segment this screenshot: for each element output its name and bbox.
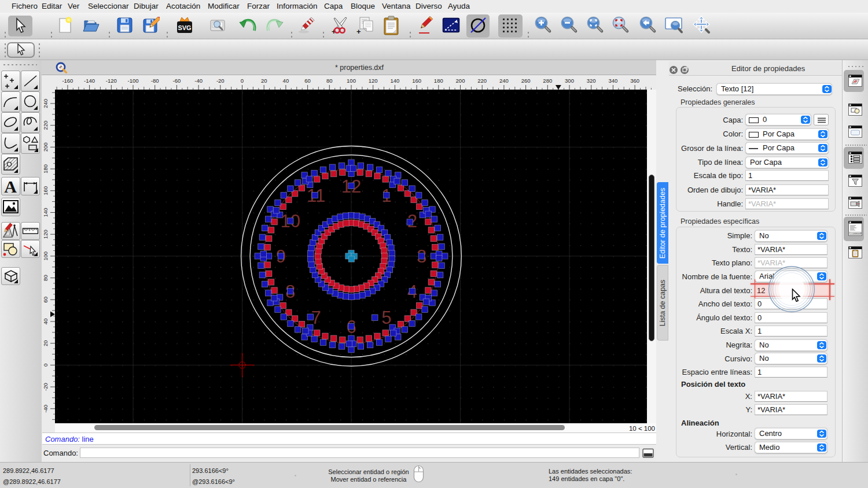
svg-text:140: 140: [42, 208, 49, 217]
svg-text:20: 20: [42, 340, 49, 346]
svg-text:280: 280: [543, 77, 552, 84]
svg-text:c command: c command: [851, 232, 861, 235]
svg-text:100: 100: [347, 77, 356, 84]
svg-text:60: 60: [42, 297, 49, 303]
svg-text:5: 5: [381, 308, 391, 328]
svg-text:240: 240: [42, 99, 49, 108]
svg-text:220: 220: [42, 121, 49, 130]
svg-text:-100: -100: [127, 77, 138, 84]
svg-text:360: 360: [630, 77, 639, 84]
svg-text:20: 20: [261, 77, 267, 84]
svg-text:260: 260: [521, 77, 531, 84]
svg-text:60: 60: [304, 77, 311, 84]
svg-text:-60: -60: [173, 77, 181, 84]
svg-text:-40: -40: [194, 77, 203, 84]
svg-text:120: 120: [369, 77, 378, 84]
svg-text:340: 340: [608, 77, 617, 84]
svg-text:-160: -160: [62, 77, 73, 84]
svg-text:300: 300: [565, 77, 574, 84]
svg-text:200: 200: [456, 77, 465, 84]
svg-text:-40: -40: [42, 405, 49, 413]
svg-text:180: 180: [434, 77, 443, 84]
svg-text:-20: -20: [216, 77, 225, 84]
svg-text:SVG: SVG: [178, 24, 191, 31]
svg-text:320: 320: [587, 77, 596, 84]
svg-text:-140: -140: [84, 77, 95, 84]
svg-text:-80: -80: [151, 77, 159, 84]
svg-text:0: 0: [42, 364, 49, 367]
svg-text:40: 40: [283, 77, 289, 84]
svg-text:80: 80: [42, 275, 49, 281]
svg-text:100: 100: [42, 252, 49, 261]
svg-text:-20: -20: [42, 383, 49, 391]
svg-text:0: 0: [241, 77, 244, 84]
svg-text:140: 140: [390, 77, 399, 84]
svg-text:120: 120: [42, 230, 49, 239]
svg-text:240: 240: [499, 77, 509, 84]
svg-text:160: 160: [412, 77, 421, 84]
svg-text:200: 200: [42, 142, 49, 151]
svg-text:180: 180: [42, 164, 49, 173]
svg-text:80: 80: [326, 77, 333, 84]
svg-text:220: 220: [477, 77, 487, 84]
svg-text:160: 160: [42, 186, 49, 195]
svg-text:40: 40: [42, 319, 49, 325]
svg-text:-120: -120: [106, 77, 117, 84]
svg-text:A: A: [4, 178, 17, 195]
